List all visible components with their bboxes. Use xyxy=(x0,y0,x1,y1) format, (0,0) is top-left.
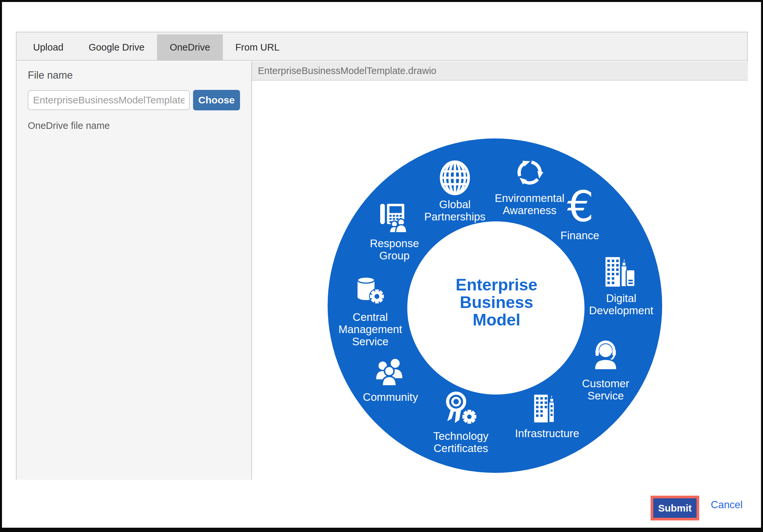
diagram-preview: Enterprise Business Model xyxy=(252,81,748,479)
database-gear-icon xyxy=(352,271,388,308)
tab-upload[interactable]: Upload xyxy=(21,34,76,60)
ring-item-response-group: Response Group xyxy=(340,198,449,262)
choose-button[interactable]: Choose xyxy=(193,90,240,110)
ring-item-label: Infrastructure xyxy=(515,428,579,440)
tab-google-drive[interactable]: Google Drive xyxy=(76,34,157,60)
ring-item-finance: € Finance xyxy=(525,186,634,242)
cancel-link[interactable]: Cancel xyxy=(711,499,743,511)
file-name-input[interactable] xyxy=(28,90,190,110)
ring-item-label: Community xyxy=(363,391,418,403)
svg-text:€: € xyxy=(567,186,594,226)
tab-bar: Upload Google Drive OneDrive From URL xyxy=(17,33,747,61)
screenshot-frame: Upload Google Drive OneDrive From URL Fi… xyxy=(0,0,763,532)
certificate-gear-icon xyxy=(440,389,481,427)
tab-google-drive-label: Google Drive xyxy=(89,42,145,53)
tab-upload-label: Upload xyxy=(33,42,63,53)
building-icon xyxy=(529,387,566,424)
ring-item-label: Finance xyxy=(560,230,599,242)
tab-onedrive[interactable]: OneDrive xyxy=(157,34,223,60)
ring-item-community: Community xyxy=(336,354,445,403)
globe-icon xyxy=(439,160,471,195)
file-name-row: Choose xyxy=(28,90,240,110)
preview-file-name: EnterpriseBusinessModelTemplate.drawio xyxy=(252,61,748,81)
footer: Submit Cancel xyxy=(2,480,761,528)
ring-item-label: Technology Certificates xyxy=(433,430,489,455)
preview-panel: EnterpriseBusinessModelTemplate.drawio E… xyxy=(252,61,748,480)
euro-icon: € xyxy=(560,186,600,226)
tab-from-url-label: From URL xyxy=(235,42,280,53)
import-file-dialog: Upload Google Drive OneDrive From URL Fi… xyxy=(16,32,748,480)
file-name-label: File name xyxy=(28,69,240,81)
recycle-icon xyxy=(513,156,546,189)
diagram-title: Enterprise Business Model xyxy=(424,276,569,329)
ring-item-central-management-service: Central Management Service xyxy=(316,271,425,348)
tab-onedrive-label: OneDrive xyxy=(169,42,210,53)
ring-item-label: Response Group xyxy=(370,237,419,262)
submit-button[interactable]: Submit xyxy=(653,498,697,518)
tab-from-url[interactable]: From URL xyxy=(223,34,292,60)
ring-item-digital-development: Digital Development xyxy=(567,251,676,317)
onedrive-file-name-label: OneDrive file name xyxy=(28,120,240,131)
phone-people-icon xyxy=(376,198,413,234)
left-panel: File name Choose OneDrive file name xyxy=(17,61,252,480)
ring-item-label: Digital Development xyxy=(589,293,653,317)
buildings-server-icon xyxy=(602,251,640,289)
people-group-icon xyxy=(373,354,408,388)
ring-item-label: Central Management Service xyxy=(339,311,402,348)
headset-person-icon xyxy=(587,337,624,374)
submit-highlight: Submit xyxy=(651,496,699,520)
